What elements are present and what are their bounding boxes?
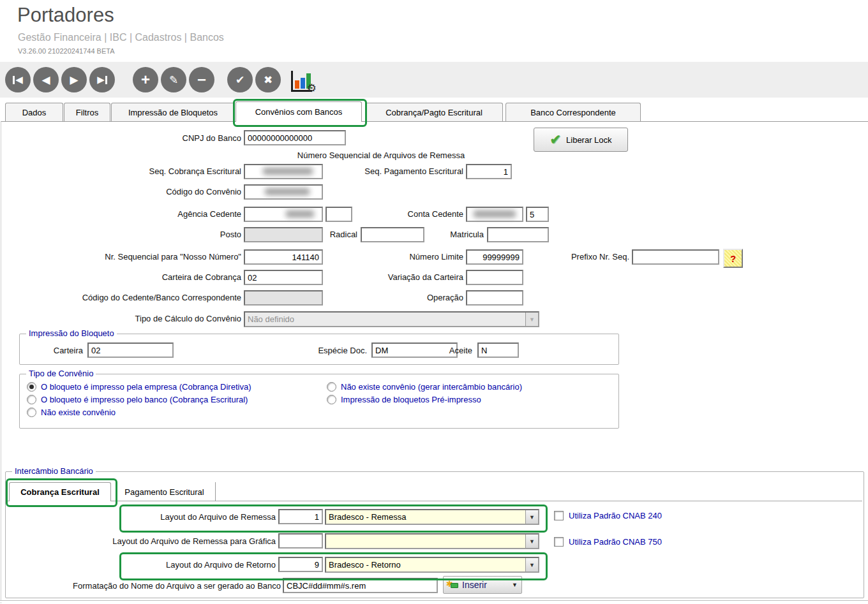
radio-cobranca-escritural[interactable]: O bloqueto é impresso pelo banco (Cobran… xyxy=(27,395,248,404)
pencil-icon: ✎ xyxy=(169,73,178,87)
subtab-pagamento-escritural[interactable]: Pagamento Escritural xyxy=(114,482,216,501)
inserir-button[interactable]: ✱ Inserir ▼ xyxy=(443,576,522,594)
cancel-button[interactable]: ✖ xyxy=(255,67,281,92)
chevron-down-icon: ▼ xyxy=(525,534,538,548)
bottom-divider xyxy=(0,600,868,602)
prefixo-input[interactable] xyxy=(632,249,719,265)
app-window: Portadores Gestão Financeira | IBC | Cad… xyxy=(0,0,868,604)
operacao-input[interactable] xyxy=(466,290,523,306)
checkbox-icon xyxy=(554,537,564,547)
nosso-numero-label: Nr. Sequencial para "Nosso Número" xyxy=(5,252,241,261)
edit-button[interactable]: ✎ xyxy=(161,67,186,92)
redacted-value xyxy=(474,210,516,217)
impressao-bloqueto-title: Impressão do Bloqueto xyxy=(26,328,117,338)
tipo-calculo-value: Não definido xyxy=(245,313,525,326)
tab-cobranca-pagto-escritural[interactable]: Cobrança/Pagto Escritural xyxy=(365,103,503,121)
layout-remessa-label: Layout do Arquivo de Remessa xyxy=(38,512,276,522)
liberar-lock-label: Liberar Lock xyxy=(566,135,612,145)
codigo-convenio-label: Código do Convênio xyxy=(5,187,241,196)
redacted-value xyxy=(263,168,313,175)
question-mark-icon: ? xyxy=(730,253,736,264)
toolbar: ◀ ◀ ▶ ▶ + ✎ − ✔ ✖ ⚙ xyxy=(0,62,868,98)
carteira-label: Carteira xyxy=(29,346,83,355)
radio-nao-existe-convenio-intercambio[interactable]: Não existe convênio (gerar intercâmbio b… xyxy=(327,382,522,392)
minus-icon: − xyxy=(197,72,206,87)
check-icon: ✔ xyxy=(236,73,244,87)
variacao-input[interactable] xyxy=(466,270,523,285)
aceite-label: Aceite xyxy=(421,346,472,355)
operacao-label: Operação xyxy=(268,293,463,302)
layout-remessa-code-input[interactable] xyxy=(278,509,323,524)
chevron-down-icon: ▼ xyxy=(525,510,538,524)
formatacao-input[interactable] xyxy=(283,578,438,593)
radio-icon xyxy=(27,408,36,417)
next-record-icon: ▶ xyxy=(70,73,78,87)
version-label: V3.26.00 210220241744 BETA xyxy=(18,47,114,55)
seq-remessa-header: Número Sequencial de Arquivos de Remessa xyxy=(244,151,518,160)
green-check-icon: ✔ xyxy=(550,132,561,147)
layout-retorno-select[interactable]: Bradesco - Retorno ▼ xyxy=(325,557,539,573)
x-icon: ✖ xyxy=(264,73,273,87)
radio-pre-impresso[interactable]: Impressão de bloquetos Pré-impresso xyxy=(327,395,481,404)
carteira-input[interactable] xyxy=(87,343,174,358)
checkbox-icon xyxy=(554,511,564,520)
numero-limite-label: Número Limite xyxy=(268,252,463,261)
next-record-button[interactable]: ▶ xyxy=(61,67,87,92)
delete-button[interactable]: − xyxy=(189,67,214,92)
seq-cobranca-label: Seq. Cobrança Escritural xyxy=(5,166,241,176)
conta-digit-input[interactable] xyxy=(526,207,549,222)
variacao-label: Variação da Carteira xyxy=(268,272,463,282)
layout-retorno-value: Bradesco - Retorno xyxy=(326,558,525,571)
agencia-label: Agência Cedente xyxy=(5,209,241,219)
chart-settings-button[interactable]: ⚙ xyxy=(288,68,317,94)
subtab-cobranca-escritural[interactable]: Cobrança Escritural xyxy=(9,482,111,501)
tipo-calculo-select: Não definido ▼ xyxy=(244,311,539,327)
confirm-button[interactable]: ✔ xyxy=(227,67,253,92)
last-record-icon: ▶ xyxy=(97,74,107,85)
radio-nao-existe-convenio[interactable]: Não existe convênio xyxy=(27,408,116,417)
prefixo-label: Prefixo Nr. Seq. xyxy=(536,252,629,261)
layout-remessa-select[interactable]: Bradesco - Remessa ▼ xyxy=(325,509,539,525)
liberar-lock-button[interactable]: ✔ Liberar Lock xyxy=(534,128,628,152)
posto-label: Posto xyxy=(5,230,241,239)
intercambio-bancario-title: Intercâmbio Bancário xyxy=(12,466,96,476)
redacted-value xyxy=(265,188,310,195)
add-button[interactable]: + xyxy=(133,67,158,92)
help-button[interactable]: ? xyxy=(723,249,743,268)
radio-icon xyxy=(27,395,36,404)
codigo-cedente-label: Código do Cedente/Banco Correspondente xyxy=(5,293,241,302)
chevron-down-icon: ▼ xyxy=(525,313,538,326)
tab-filtros[interactable]: Filtros xyxy=(64,103,110,121)
aceite-input[interactable] xyxy=(477,343,519,358)
layout-retorno-code-input[interactable] xyxy=(278,557,323,572)
page-title: Portadores xyxy=(17,4,114,27)
checkbox-cnab-240[interactable]: Utiliza Padrão CNAB 240 xyxy=(554,511,662,520)
radical-label: Radical xyxy=(274,230,357,239)
especie-doc-label: Espécie Doc. xyxy=(290,346,367,355)
formatacao-label: Formatação do Nome do Arquivo a ser gera… xyxy=(9,581,281,591)
numero-limite-input[interactable] xyxy=(466,249,523,265)
layout-remessa-grafica-select[interactable]: ▼ xyxy=(325,533,539,549)
radio-cobranca-diretiva[interactable]: O bloqueto é impresso pela empresa (Cobr… xyxy=(27,382,251,392)
last-record-button[interactable]: ▶ xyxy=(89,67,115,92)
chevron-down-icon[interactable]: ▼ xyxy=(512,582,518,588)
tab-convenios-com-bancos[interactable]: Convênios com Bancos xyxy=(236,101,362,122)
layout-remessa-grafica-label: Layout do Arquivo de Remessa para Gráfic… xyxy=(38,536,276,546)
matricula-input[interactable] xyxy=(487,227,549,242)
previous-record-button[interactable]: ◀ xyxy=(33,67,59,92)
tab-dados[interactable]: Dados xyxy=(5,103,63,121)
plus-icon: + xyxy=(141,72,150,87)
first-record-button[interactable]: ◀ xyxy=(5,67,31,92)
tipo-convenio-title: Tipo de Convênio xyxy=(26,369,96,378)
cnpj-input[interactable] xyxy=(244,130,346,145)
tab-banco-correspondente[interactable]: Banco Correspondente xyxy=(505,103,641,121)
layout-remessa-grafica-code-input[interactable] xyxy=(278,533,323,549)
chevron-down-icon: ▼ xyxy=(525,558,538,571)
layout-remessa-grafica-value xyxy=(326,534,525,548)
checkbox-cnab-750[interactable]: Utiliza Padrão CNAB 750 xyxy=(554,537,662,547)
insert-icon: ✱ xyxy=(447,580,458,589)
seq-pagamento-input[interactable] xyxy=(466,164,512,179)
matricula-label: Matricula xyxy=(402,230,484,239)
tab-impressao-de-bloquetos[interactable]: Impressão de Bloquetos xyxy=(111,103,235,121)
radio-icon xyxy=(27,382,36,392)
